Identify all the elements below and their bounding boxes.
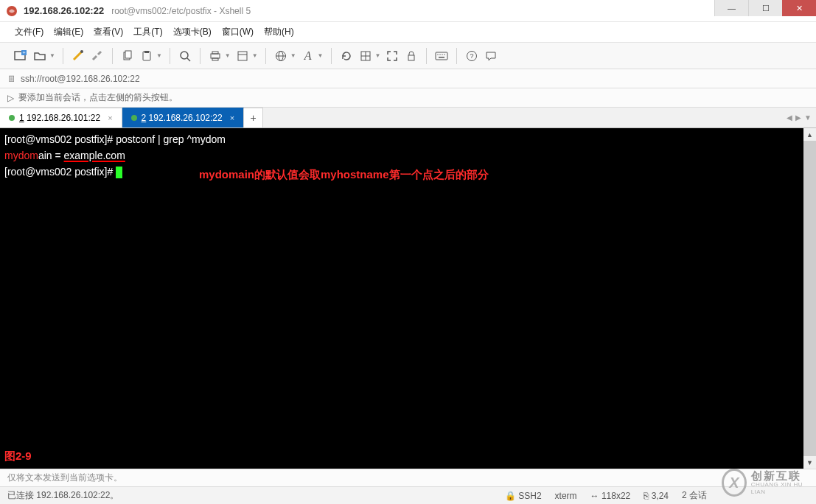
- annotation-text: mydomain的默认值会取myhostname第一个点之后的部分: [199, 167, 489, 183]
- tab-number: 2: [142, 113, 147, 123]
- svg-point-26: [444, 54, 445, 55]
- layout-icon[interactable]: [358, 49, 373, 63]
- svg-rect-27: [439, 57, 444, 58]
- menu-help[interactable]: 帮助(H): [259, 24, 299, 41]
- footer-hint: 仅将文本发送到当前选项卡。: [0, 469, 816, 486]
- properties-dropdown-icon[interactable]: ▼: [252, 52, 258, 59]
- tab-close-icon[interactable]: ×: [230, 113, 234, 122]
- title-bar: 192.168.26.102:22 root@vms002:/etc/postf…: [0, 0, 816, 22]
- svg-rect-8: [144, 51, 149, 53]
- watermark: X 创新互联 CHUANG XIN HU LIAN: [722, 466, 810, 500]
- svg-point-24: [440, 54, 441, 55]
- menu-bar: 文件(F) 编辑(E) 查看(V) 工具(T) 选项卡(B) 窗口(W) 帮助(…: [0, 22, 816, 43]
- svg-rect-22: [436, 52, 447, 60]
- feedback-icon[interactable]: [484, 49, 498, 63]
- info-arrow-icon[interactable]: ▷: [7, 93, 14, 103]
- menu-window[interactable]: 窗口(W): [217, 24, 258, 41]
- terminal-line: mydomain = example.com: [4, 147, 812, 164]
- search-icon[interactable]: [178, 49, 192, 63]
- address-text: ssh://root@192.168.26.102:22: [21, 74, 140, 84]
- svg-rect-13: [238, 52, 247, 60]
- menu-edit[interactable]: 编辑(E): [49, 24, 88, 41]
- status-sessions: 2 会话: [682, 489, 707, 502]
- app-icon: [6, 5, 18, 17]
- keyboard-icon[interactable]: [434, 49, 449, 63]
- svg-point-9: [181, 52, 188, 59]
- terminal-pane[interactable]: [root@vms002 postfix]# postconf | grep ^…: [0, 128, 816, 469]
- status-term: xterm: [555, 491, 577, 501]
- scroll-up-icon[interactable]: ▲: [803, 128, 816, 141]
- svg-point-4: [80, 50, 83, 53]
- svg-rect-10: [211, 54, 220, 58]
- terminal-scrollbar[interactable]: ▲ ▼: [803, 128, 816, 469]
- menu-tools[interactable]: 工具(T): [129, 24, 167, 41]
- disconnect-icon[interactable]: [90, 49, 105, 63]
- fullscreen-icon[interactable]: [385, 49, 400, 63]
- tab-strip: 1 192.168.26.101:22 × 2 192.168.26.102:2…: [0, 108, 816, 128]
- status-dot-icon: [9, 115, 15, 121]
- tab-prev-icon[interactable]: ◀: [787, 113, 792, 122]
- status-pos: ⎘ 3,24: [644, 491, 669, 501]
- new-session-icon[interactable]: +: [13, 49, 28, 63]
- status-dot-icon: [131, 115, 137, 121]
- info-text: 要添加当前会话，点击左侧的箭头按钮。: [18, 91, 178, 104]
- svg-point-25: [442, 54, 443, 55]
- address-lock-icon: 🗏: [7, 74, 16, 84]
- globe-dropdown-icon[interactable]: ▼: [290, 52, 296, 59]
- svg-rect-12: [212, 58, 218, 60]
- status-size: ↔ 118x22: [590, 491, 631, 501]
- tab-number: 1: [19, 113, 24, 123]
- status-bar: 已连接 192.168.26.102:22。 🔒 SSH2 xterm ↔ 11…: [0, 486, 816, 504]
- font-icon[interactable]: A: [301, 49, 315, 63]
- paste-dropdown-icon[interactable]: ▼: [156, 52, 162, 59]
- close-button[interactable]: ✕: [782, 0, 816, 16]
- svg-rect-6: [125, 51, 131, 58]
- font-dropdown-icon[interactable]: ▼: [318, 52, 324, 59]
- properties-icon[interactable]: [235, 49, 250, 63]
- cursor-icon: [116, 167, 122, 178]
- svg-point-23: [438, 54, 439, 55]
- open-icon[interactable]: [32, 49, 47, 63]
- tab-label: 192.168.26.102:22: [149, 113, 223, 123]
- watermark-brand: 创新互联: [751, 470, 810, 481]
- help-icon[interactable]: ?: [464, 49, 479, 63]
- tab-label: 192.168.26.101:22: [27, 113, 100, 123]
- figure-label: 图2-9: [4, 448, 32, 464]
- tab-close-icon[interactable]: ×: [108, 113, 112, 122]
- lock-icon[interactable]: [404, 49, 419, 63]
- terminal-line: [root@vms002 postfix]# postconf | grep ^…: [4, 131, 812, 147]
- status-ssh: 🔒 SSH2: [505, 491, 542, 501]
- toolbar: + ▼ ▼ ▼ ▼ ▼ A▼ ▼: [0, 43, 816, 69]
- open-dropdown-icon[interactable]: ▼: [49, 52, 55, 59]
- refresh-icon[interactable]: [339, 49, 354, 63]
- status-connection: 已连接 192.168.26.102:22。: [7, 489, 119, 502]
- svg-rect-11: [212, 52, 218, 54]
- info-bar: ▷ 要添加当前会话，点击左侧的箭头按钮。: [0, 88, 816, 108]
- print-icon[interactable]: [208, 49, 223, 63]
- watermark-logo-icon: X: [722, 469, 747, 497]
- svg-text:+: +: [22, 49, 25, 55]
- session-tab-1[interactable]: 1 192.168.26.101:22 ×: [0, 108, 122, 127]
- layout-dropdown-icon[interactable]: ▼: [375, 52, 381, 59]
- paste-icon[interactable]: [139, 49, 154, 63]
- copy-icon[interactable]: [120, 49, 135, 63]
- address-bar[interactable]: 🗏 ssh://root@192.168.26.102:22: [0, 69, 816, 88]
- add-tab-button[interactable]: +: [244, 108, 263, 127]
- window-title-ip: 192.168.26.102:22: [24, 5, 104, 16]
- menu-view[interactable]: 查看(V): [89, 24, 128, 41]
- window-title-path: root@vms002:/etc/postfix - Xshell 5: [111, 6, 251, 16]
- svg-rect-21: [408, 55, 414, 60]
- menu-file[interactable]: 文件(F): [10, 24, 48, 41]
- menu-tabs[interactable]: 选项卡(B): [169, 24, 216, 41]
- svg-text:?: ?: [470, 52, 474, 60]
- tab-next-icon[interactable]: ▶: [795, 113, 801, 122]
- connect-icon[interactable]: [71, 49, 86, 63]
- session-tab-2[interactable]: 2 192.168.26.102:22 ×: [122, 108, 245, 127]
- minimize-button[interactable]: —: [714, 0, 748, 16]
- print-dropdown-icon[interactable]: ▼: [225, 52, 231, 59]
- maximize-button[interactable]: ☐: [748, 0, 782, 16]
- watermark-sub: CHUANG XIN HU LIAN: [751, 481, 810, 495]
- globe-icon[interactable]: [273, 49, 288, 63]
- tab-list-icon[interactable]: ▼: [804, 113, 812, 122]
